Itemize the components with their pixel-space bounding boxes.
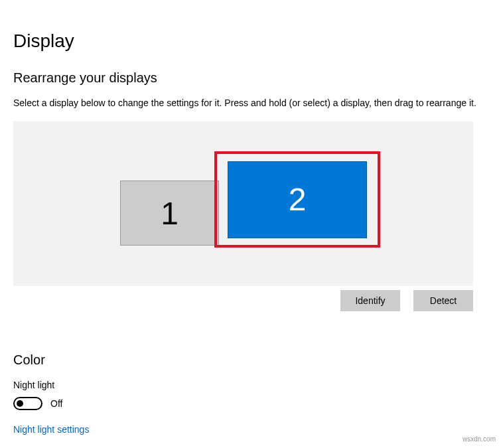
night-light-toggle[interactable] xyxy=(13,397,42,410)
watermark: wsxdn.com xyxy=(463,435,496,443)
night-light-settings-link[interactable]: Night light settings xyxy=(13,424,89,435)
display-arrangement-area[interactable]: 1 2 xyxy=(13,121,473,286)
display-2[interactable]: 2 xyxy=(228,161,367,238)
display-2-highlight: 2 xyxy=(214,151,380,248)
display-1-label: 1 xyxy=(161,195,179,232)
night-light-toggle-row: Off xyxy=(13,397,488,410)
arrangement-button-row: Identify Detect xyxy=(13,290,473,311)
night-light-label: Night light xyxy=(13,380,488,390)
display-2-label: 2 xyxy=(289,181,307,218)
identify-button[interactable]: Identify xyxy=(340,290,400,311)
rearrange-description: Select a display below to change the set… xyxy=(13,98,488,108)
night-light-state: Off xyxy=(50,398,62,409)
rearrange-heading: Rearrange your displays xyxy=(13,70,488,86)
toggle-knob xyxy=(17,400,23,407)
display-1[interactable]: 1 xyxy=(120,181,219,246)
page-title: Display xyxy=(13,31,488,52)
detect-button[interactable]: Detect xyxy=(413,290,473,311)
color-heading: Color xyxy=(13,352,488,368)
